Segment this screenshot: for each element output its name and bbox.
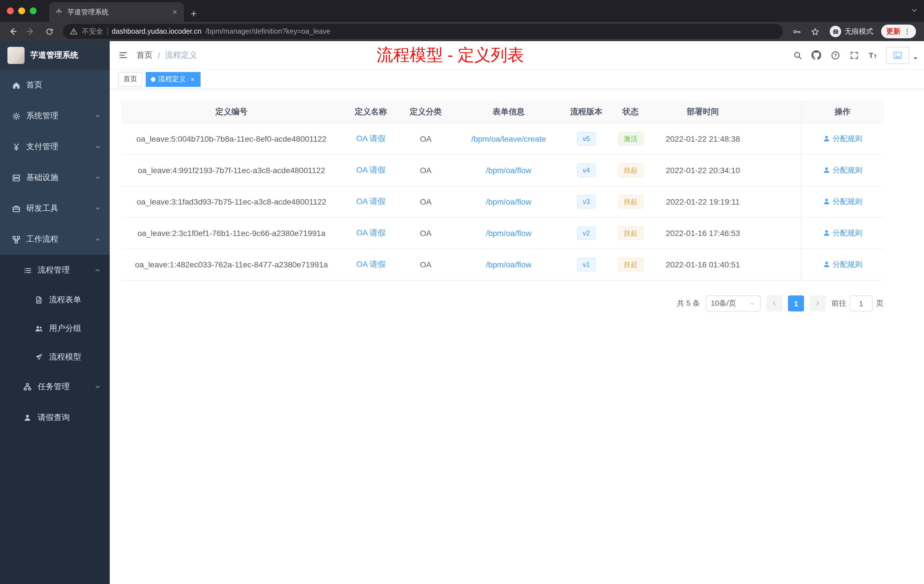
table-row: oa_leave:3:1fad3d93-7b75-11ec-a3c8-acde4… (121, 186, 883, 218)
sidebar-item-system-management[interactable]: 系统管理 (0, 101, 110, 132)
sidebar-item-leave-query[interactable]: 请假查询 (0, 402, 110, 433)
sidebar-item-label: 支付管理 (26, 142, 58, 152)
sidebar-item-label: 首页 (26, 80, 42, 90)
assign-rule-button[interactable]: 分配规则 (823, 165, 862, 175)
sidebar-toggle-button[interactable] (110, 50, 137, 60)
definition-id-cell: oa_leave:3:1fad3d93-7b75-11ec-a3c8-acde4… (121, 186, 342, 218)
column-header-definition-name: 定义名称 (342, 101, 400, 124)
fullscreen-button[interactable] (845, 46, 863, 64)
window-zoom-button[interactable] (30, 7, 36, 14)
home-icon (12, 81, 21, 89)
goto-page: 前往 页 (832, 295, 883, 312)
tab-close-icon[interactable] (172, 8, 178, 15)
sidebar-item-user-group[interactable]: 用户分组 (0, 314, 110, 343)
tag-process-definition[interactable]: 流程定义 (146, 72, 201, 87)
tab-search-caret-icon[interactable] (910, 6, 918, 14)
browser-update-button[interactable]: 更新 (881, 25, 916, 38)
table-row: oa_leave:4:991f2193-7b7f-11ec-a3c8-acde4… (121, 155, 883, 186)
deploy-time-cell: 2022-01-16 01:40:51 (654, 249, 751, 280)
table-body: oa_leave:5:004b710b-7b8a-11ec-8ef0-acde4… (121, 124, 883, 280)
form-info-link[interactable]: /bpm/oa/leave/create (471, 134, 546, 144)
column-header-spacer (751, 101, 801, 124)
breadcrumb: 首页 / 流程定义 (137, 50, 197, 60)
avatar[interactable] (886, 46, 909, 64)
help-button[interactable]: ? (826, 46, 844, 64)
sidebar-item-workflow[interactable]: 工作流程 (0, 224, 110, 255)
definition-name-link[interactable]: OA 请假 (356, 228, 386, 237)
page-size-select[interactable]: 10条/页 (706, 295, 761, 312)
page-size-value: 10条/页 (711, 298, 736, 308)
sidebar-item-process-management[interactable]: 流程管理 (0, 255, 110, 286)
screen: 芋道管理系统 不安全 dashboard.yudao.ioc (0, 0, 924, 584)
url-host: dashboard.yudao.iocoder.cn (112, 27, 201, 35)
password-key-icon[interactable] (789, 24, 805, 39)
form-info-link[interactable]: /bpm/oa/flow (486, 197, 531, 206)
sidebar-item-payment-management[interactable]: 支付管理 (0, 132, 110, 162)
list-icon (23, 266, 32, 275)
assign-rule-button[interactable]: 分配规则 (823, 134, 862, 144)
browser-tab-strip: 芋道管理系统 (0, 0, 924, 22)
tag-close-icon[interactable] (190, 76, 195, 82)
prev-page-button[interactable] (766, 295, 782, 312)
version-tag: v1 (577, 258, 596, 271)
github-button[interactable] (807, 46, 825, 64)
logo-avatar (7, 47, 25, 64)
user-group-icon (34, 325, 43, 333)
window-close-button[interactable] (7, 7, 14, 14)
definition-name-link[interactable]: OA 请假 (356, 259, 386, 269)
sidebar-item-process-model[interactable]: 流程模型 (0, 343, 110, 371)
sidebar-item-label: 用户分组 (49, 323, 81, 334)
assign-rule-button[interactable]: 分配规则 (823, 196, 862, 207)
form-info-link[interactable]: /bpm/oa/flow (486, 166, 531, 175)
definition-name-link[interactable]: OA 请假 (356, 134, 386, 143)
reload-button[interactable] (41, 24, 57, 39)
version-tag: v3 (577, 195, 596, 209)
form-info-link[interactable]: /bpm/oa/flow (486, 229, 531, 238)
definition-id-cell: oa_leave:4:991f2193-7b7f-11ec-a3c8-acde4… (121, 155, 342, 186)
spacer-cell (751, 249, 801, 280)
search-button[interactable] (789, 46, 806, 64)
user-icon (823, 261, 830, 268)
address-bar[interactable]: 不安全 dashboard.yudao.iocoder.cn/bpm/manag… (63, 24, 783, 39)
version-tag: v5 (577, 132, 596, 146)
gear-icon (12, 112, 21, 120)
back-button[interactable] (5, 24, 21, 39)
navbar-tools: ? TT (789, 46, 924, 64)
update-label: 更新 (886, 26, 901, 36)
window-minimize-button[interactable] (18, 7, 25, 14)
tag-home[interactable]: 首页 (118, 72, 142, 87)
sidebar-item-task-management[interactable]: 任务管理 (0, 371, 110, 402)
page-goto-input[interactable] (850, 295, 873, 312)
next-page-button[interactable] (810, 295, 826, 312)
definition-name-link[interactable]: OA 请假 (356, 165, 386, 174)
pagination: 共 5 条 10条/页 1 前往 (121, 295, 883, 312)
sidebar-item-infrastructure[interactable]: 基础设施 (0, 162, 110, 193)
incognito-icon (830, 26, 841, 37)
kebab-menu-icon[interactable] (903, 28, 911, 35)
assign-rule-button[interactable]: 分配规则 (823, 259, 862, 270)
sidebar-logo[interactable]: 芋道管理系统 (0, 41, 110, 70)
app-frame: 芋道管理系统 首页 系统管理 (0, 41, 924, 584)
sidebar-item-home[interactable]: 首页 (0, 70, 110, 101)
sidebar-item-process-form[interactable]: 流程表单 (0, 286, 110, 314)
font-size-button[interactable]: TT (864, 46, 882, 64)
table-row: oa_leave:1:482ec033-762a-11ec-8477-a2380… (121, 249, 883, 280)
sidebar-item-label: 流程表单 (49, 295, 81, 305)
caret-down-icon[interactable] (910, 49, 918, 61)
column-header-form-info: 表单信息 (451, 101, 566, 124)
new-tab-button[interactable] (190, 10, 198, 18)
sidebar-item-dev-tools[interactable]: 研发工具 (0, 193, 110, 224)
assign-rule-button[interactable]: 分配规则 (823, 228, 862, 238)
bookmark-star-icon[interactable] (807, 24, 823, 39)
not-secure-warning-icon (70, 27, 78, 35)
security-label: 不安全 (82, 26, 103, 36)
current-page-button[interactable]: 1 (788, 295, 804, 312)
form-info-link[interactable]: /bpm/oa/flow (486, 260, 531, 269)
tab-title: 芋道管理系统 (68, 7, 167, 17)
breadcrumb-home[interactable]: 首页 (137, 50, 153, 60)
definition-name-link[interactable]: OA 请假 (356, 196, 386, 206)
forward-button[interactable] (23, 24, 39, 39)
browser-tab[interactable]: 芋道管理系统 (49, 2, 184, 22)
table-row: oa_leave:2:3c1f0ef1-76b1-11ec-9c66-a2380… (121, 218, 883, 249)
content: 定义编号 定义名称 定义分类 表单信息 流程版本 状态 部署时间 操作 oa_l… (110, 89, 924, 584)
